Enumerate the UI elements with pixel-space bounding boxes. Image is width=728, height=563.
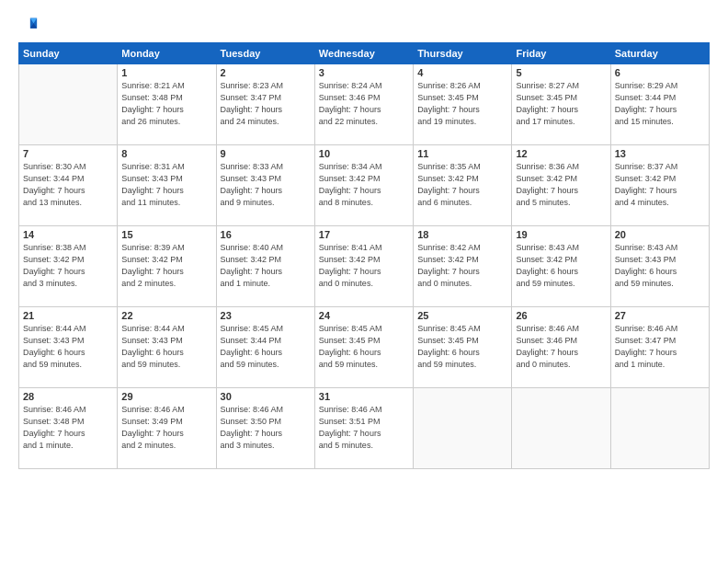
day-detail: Sunrise: 8:34 AM Sunset: 3:42 PM Dayligh… [319, 161, 409, 209]
header [18, 15, 710, 35]
calendar-cell: 12Sunrise: 8:36 AM Sunset: 3:42 PM Dayli… [512, 145, 610, 226]
day-detail: Sunrise: 8:45 AM Sunset: 3:44 PM Dayligh… [221, 323, 311, 371]
day-detail: Sunrise: 8:36 AM Sunset: 3:42 PM Dayligh… [516, 161, 606, 209]
calendar-table: SundayMondayTuesdayWednesdayThursdayFrid… [18, 42, 710, 469]
day-number: 28 [23, 391, 113, 402]
day-detail: Sunrise: 8:46 AM Sunset: 3:48 PM Dayligh… [23, 404, 113, 452]
day-number: 22 [121, 310, 211, 321]
calendar-header-row: SundayMondayTuesdayWednesdayThursdayFrid… [19, 43, 710, 64]
calendar-cell: 15Sunrise: 8:39 AM Sunset: 3:42 PM Dayli… [118, 226, 216, 307]
day-number: 7 [23, 148, 113, 159]
day-detail: Sunrise: 8:31 AM Sunset: 3:43 PM Dayligh… [121, 161, 211, 209]
calendar-weekday-header: Tuesday [216, 43, 314, 64]
day-number: 13 [615, 148, 705, 159]
day-number: 23 [221, 310, 311, 321]
calendar-cell: 27Sunrise: 8:46 AM Sunset: 3:47 PM Dayli… [610, 307, 709, 388]
day-number: 1 [121, 67, 211, 78]
day-number: 30 [221, 391, 311, 402]
day-detail: Sunrise: 8:39 AM Sunset: 3:42 PM Dayligh… [121, 242, 211, 290]
calendar-cell: 22Sunrise: 8:44 AM Sunset: 3:43 PM Dayli… [118, 307, 216, 388]
day-number: 17 [319, 229, 409, 240]
day-detail: Sunrise: 8:46 AM Sunset: 3:46 PM Dayligh… [516, 323, 606, 371]
day-number: 26 [516, 310, 606, 321]
day-detail: Sunrise: 8:38 AM Sunset: 3:42 PM Dayligh… [23, 242, 113, 290]
calendar-cell: 30Sunrise: 8:46 AM Sunset: 3:50 PM Dayli… [216, 388, 314, 469]
day-number: 15 [121, 229, 211, 240]
calendar-cell: 13Sunrise: 8:37 AM Sunset: 3:42 PM Dayli… [610, 145, 709, 226]
calendar-cell: 8Sunrise: 8:31 AM Sunset: 3:43 PM Daylig… [118, 145, 216, 226]
day-detail: Sunrise: 8:33 AM Sunset: 3:43 PM Dayligh… [221, 161, 311, 209]
day-detail: Sunrise: 8:44 AM Sunset: 3:43 PM Dayligh… [121, 323, 211, 371]
calendar-cell [414, 388, 512, 469]
calendar-cell: 10Sunrise: 8:34 AM Sunset: 3:42 PM Dayli… [314, 145, 413, 226]
calendar-week-row: 14Sunrise: 8:38 AM Sunset: 3:42 PM Dayli… [19, 226, 710, 307]
calendar-weekday-header: Monday [118, 43, 216, 64]
day-detail: Sunrise: 8:43 AM Sunset: 3:42 PM Dayligh… [516, 242, 606, 290]
day-detail: Sunrise: 8:45 AM Sunset: 3:45 PM Dayligh… [417, 323, 507, 371]
day-detail: Sunrise: 8:26 AM Sunset: 3:45 PM Dayligh… [417, 80, 507, 128]
page: SundayMondayTuesdayWednesdayThursdayFrid… [0, 0, 728, 563]
calendar-cell: 25Sunrise: 8:45 AM Sunset: 3:45 PM Dayli… [414, 307, 512, 388]
day-number: 10 [319, 148, 409, 159]
calendar-week-row: 1Sunrise: 8:21 AM Sunset: 3:48 PM Daylig… [19, 64, 710, 145]
calendar-cell: 28Sunrise: 8:46 AM Sunset: 3:48 PM Dayli… [19, 388, 118, 469]
day-number: 5 [516, 67, 606, 78]
day-detail: Sunrise: 8:46 AM Sunset: 3:50 PM Dayligh… [221, 404, 311, 452]
day-detail: Sunrise: 8:42 AM Sunset: 3:42 PM Dayligh… [417, 242, 507, 290]
day-detail: Sunrise: 8:40 AM Sunset: 3:42 PM Dayligh… [221, 242, 311, 290]
calendar-week-row: 7Sunrise: 8:30 AM Sunset: 3:44 PM Daylig… [19, 145, 710, 226]
calendar-cell: 31Sunrise: 8:46 AM Sunset: 3:51 PM Dayli… [314, 388, 413, 469]
day-number: 25 [417, 310, 507, 321]
calendar-cell: 4Sunrise: 8:26 AM Sunset: 3:45 PM Daylig… [414, 64, 512, 145]
day-detail: Sunrise: 8:27 AM Sunset: 3:45 PM Dayligh… [516, 80, 606, 128]
day-detail: Sunrise: 8:30 AM Sunset: 3:44 PM Dayligh… [23, 161, 113, 209]
calendar-cell: 16Sunrise: 8:40 AM Sunset: 3:42 PM Dayli… [216, 226, 314, 307]
calendar-cell: 26Sunrise: 8:46 AM Sunset: 3:46 PM Dayli… [512, 307, 610, 388]
calendar-cell: 19Sunrise: 8:43 AM Sunset: 3:42 PM Dayli… [512, 226, 610, 307]
calendar-cell: 5Sunrise: 8:27 AM Sunset: 3:45 PM Daylig… [512, 64, 610, 145]
day-number: 19 [516, 229, 606, 240]
calendar-weekday-header: Saturday [610, 43, 709, 64]
day-detail: Sunrise: 8:29 AM Sunset: 3:44 PM Dayligh… [615, 80, 705, 128]
day-detail: Sunrise: 8:45 AM Sunset: 3:45 PM Dayligh… [319, 323, 409, 371]
day-detail: Sunrise: 8:37 AM Sunset: 3:42 PM Dayligh… [615, 161, 705, 209]
calendar-cell: 2Sunrise: 8:23 AM Sunset: 3:47 PM Daylig… [216, 64, 314, 145]
day-detail: Sunrise: 8:23 AM Sunset: 3:47 PM Dayligh… [221, 80, 311, 128]
day-number: 21 [23, 310, 113, 321]
day-detail: Sunrise: 8:46 AM Sunset: 3:49 PM Dayligh… [121, 404, 211, 452]
logo [18, 15, 42, 35]
day-number: 31 [319, 391, 409, 402]
day-detail: Sunrise: 8:41 AM Sunset: 3:42 PM Dayligh… [319, 242, 409, 290]
day-number: 4 [417, 67, 507, 78]
day-detail: Sunrise: 8:21 AM Sunset: 3:48 PM Dayligh… [121, 80, 211, 128]
calendar-weekday-header: Sunday [19, 43, 118, 64]
calendar-weekday-header: Thursday [414, 43, 512, 64]
day-number: 27 [615, 310, 705, 321]
calendar-cell [610, 388, 709, 469]
calendar-cell: 17Sunrise: 8:41 AM Sunset: 3:42 PM Dayli… [314, 226, 413, 307]
calendar-cell: 21Sunrise: 8:44 AM Sunset: 3:43 PM Dayli… [19, 307, 118, 388]
day-number: 20 [615, 229, 705, 240]
calendar-cell: 1Sunrise: 8:21 AM Sunset: 3:48 PM Daylig… [118, 64, 216, 145]
day-number: 24 [319, 310, 409, 321]
calendar-cell [512, 388, 610, 469]
calendar-cell: 24Sunrise: 8:45 AM Sunset: 3:45 PM Dayli… [314, 307, 413, 388]
day-number: 2 [221, 67, 311, 78]
day-number: 18 [417, 229, 507, 240]
calendar-week-row: 28Sunrise: 8:46 AM Sunset: 3:48 PM Dayli… [19, 388, 710, 469]
calendar-cell: 20Sunrise: 8:43 AM Sunset: 3:43 PM Dayli… [610, 226, 709, 307]
calendar-cell: 11Sunrise: 8:35 AM Sunset: 3:42 PM Dayli… [414, 145, 512, 226]
calendar-cell: 29Sunrise: 8:46 AM Sunset: 3:49 PM Dayli… [118, 388, 216, 469]
day-number: 29 [121, 391, 211, 402]
calendar-cell: 7Sunrise: 8:30 AM Sunset: 3:44 PM Daylig… [19, 145, 118, 226]
day-number: 8 [121, 148, 211, 159]
calendar-cell: 23Sunrise: 8:45 AM Sunset: 3:44 PM Dayli… [216, 307, 314, 388]
calendar-cell [19, 64, 118, 145]
day-number: 3 [319, 67, 409, 78]
day-detail: Sunrise: 8:46 AM Sunset: 3:47 PM Dayligh… [615, 323, 705, 371]
day-number: 14 [23, 229, 113, 240]
calendar-cell: 18Sunrise: 8:42 AM Sunset: 3:42 PM Dayli… [414, 226, 512, 307]
logo-icon [18, 15, 39, 35]
day-detail: Sunrise: 8:24 AM Sunset: 3:46 PM Dayligh… [319, 80, 409, 128]
day-detail: Sunrise: 8:44 AM Sunset: 3:43 PM Dayligh… [23, 323, 113, 371]
